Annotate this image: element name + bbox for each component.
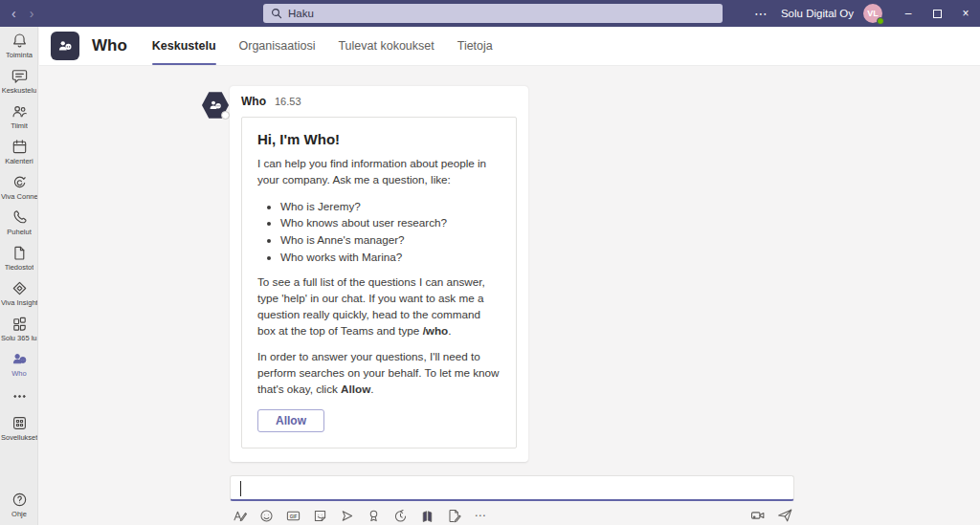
tab-organisaatiosi[interactable]: Organisaatiosi [239,27,316,65]
example-questions-list: Who is Jeremy? Who knows about user rese… [267,198,501,265]
minimize-button[interactable]: – [894,0,923,27]
format-icon[interactable] [230,507,249,524]
calendar-icon [11,138,29,156]
bold-text: Allow [341,383,370,395]
sidebar-item-label: Viva Conne... [1,192,37,201]
tab-tietoja[interactable]: Tietoja [457,27,493,65]
compose-area: GIF [230,475,794,524]
scheduler-icon[interactable] [390,507,410,524]
sidebar-item-label: Keskustelu [2,86,37,95]
sidebar-item-toiminta[interactable]: Toiminta [0,27,38,62]
sidebar-item-keskustelu[interactable]: Keskustelu [0,62,38,98]
title-bar: ‹ › Haku ⋯ Solu Digital Oy VL – × [0,0,980,27]
nav-history: ‹ › [11,0,33,27]
sidebar-item-puhelut[interactable]: Puhelut [0,204,38,239]
tab-keskustelu[interactable]: Keskustelu [152,27,216,65]
card-paragraph-consent: In order to answer your questions, I'll … [257,349,501,398]
compose-toolbar: GIF [230,507,794,524]
who-bot-avatar [202,91,229,120]
svg-text:GIF: GIF [289,514,297,518]
app-header: Who Keskustelu Organisaatiosi Tulevat ko… [39,27,980,66]
more-apps-dots-icon [11,387,29,405]
titlebar-more-icon[interactable]: ⋯ [741,6,781,21]
viva-insights-icon [11,279,29,297]
file-icon [11,244,29,262]
send-icon[interactable] [775,507,794,524]
who-bot-icon [11,350,29,368]
praise-icon[interactable] [364,507,383,524]
solu365-grid-icon [11,315,29,333]
sidebar-item-label: Tiimit [11,121,28,130]
close-button[interactable]: × [951,0,980,27]
emoji-icon[interactable] [256,507,276,524]
message-bubble: Who 16.53 Hi, I'm Who! I can help you fi… [230,86,528,462]
list-item: Who works with Marina? [280,249,501,266]
sidebar-item-more-apps[interactable] [0,381,38,409]
message-input[interactable] [230,475,794,501]
org-name[interactable]: Solu Digital Oy [781,8,854,19]
sidebar-item-label: Who [11,369,26,378]
viva-connections-icon [11,173,29,191]
bold-text: /who [423,324,449,337]
presence-status-dot [877,17,884,25]
adaptive-card: Hi, I'm Who! I can help you find informa… [241,117,517,448]
sidebar-item-label: Solu 365 lu... [1,334,37,342]
sidebar-item-who[interactable]: Who [0,345,38,381]
maximize-button[interactable] [923,0,951,27]
tab-bar: Keskustelu Organisaatiosi Tulevat kokouk… [152,27,493,65]
gif-icon[interactable]: GIF [283,507,302,524]
sticker-icon[interactable] [310,507,329,524]
who-app-icon [51,32,79,60]
phone-icon [11,208,29,227]
teams-people-icon [11,102,29,120]
sidebar-item-label: Toiminta [6,51,33,59]
app-rail: Toiminta Keskustelu Tiimit Kalenteri [0,27,38,525]
avatar-initials: VL [867,9,879,18]
tab-tulevat-kokoukset[interactable]: Tulevat kokoukset [338,27,434,65]
search-icon [271,8,282,19]
list-item: Who knows about user research? [280,214,501,231]
card-intro: I can help you find information about pe… [257,156,501,188]
teams-window: ‹ › Haku ⋯ Solu Digital Oy VL – × [0,0,980,525]
video-clip-icon[interactable] [748,507,768,524]
sidebar-item-label: Ohje [11,510,27,518]
sidebar-item-ohje[interactable]: Ohje [0,486,38,521]
sidebar-item-sovellukset[interactable]: Sovellukset [0,409,38,445]
sidebar-item-label: Kalenteri [5,157,33,165]
list-item: Who is Jeremy? [280,198,501,215]
paragraph-text: . [370,383,373,395]
sidebar-item-solu365[interactable]: Solu 365 lu... [0,310,38,345]
apps-icon [11,414,29,432]
bot-status-dot [221,111,230,120]
back-icon[interactable]: ‹ [11,7,16,20]
paragraph-text: . [448,324,451,337]
sidebar-item-tiedostot[interactable]: Tiedostot [0,239,38,274]
sidebar-item-label: Viva Insights [1,298,37,307]
search-placeholder: Haku [288,8,314,19]
message-sender: Who [241,95,266,108]
more-options-icon[interactable]: ⋯ [471,507,490,524]
card-title: Hi, I'm Who! [257,131,501,147]
sidebar-item-kalenteri[interactable]: Kalenteri [0,133,38,168]
list-item: Who is Anne's manager? [280,231,501,249]
text-caret [240,481,241,496]
allow-button[interactable]: Allow [257,409,324,432]
sidebar-item-label: Tiedostot [5,263,34,272]
help-question-icon [11,491,29,509]
sidebar-item-viva-insights[interactable]: Viva Insights [0,274,38,310]
solu-app-icon[interactable] [417,507,436,524]
user-avatar[interactable]: VL [863,4,882,23]
paragraph-text: In order to answer your questions, I'll … [257,350,500,395]
sidebar-item-viva-connections[interactable]: Viva Conne... [0,168,38,204]
forward-icon[interactable]: › [30,7,34,20]
sidebar-item-label: Sovellukset [1,433,37,442]
card-paragraph-help: To see a full list of the questions I ca… [257,274,501,339]
sidebar-item-tiimit[interactable]: Tiimit [0,98,38,133]
maximize-icon [933,10,942,18]
approvals-icon[interactable] [444,507,463,524]
search-input[interactable]: Haku [263,4,723,23]
chat-icon [11,67,29,85]
bell-icon [11,32,29,50]
stream-icon[interactable] [337,507,356,524]
message-timestamp: 16.53 [275,96,301,107]
